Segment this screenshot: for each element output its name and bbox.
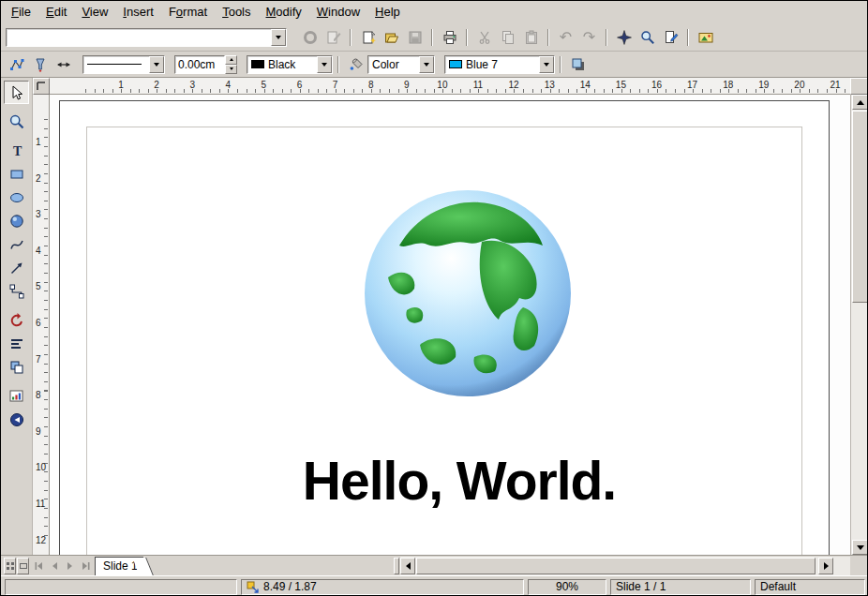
rotate-tool[interactable] — [4, 308, 29, 332]
new-document-button[interactable] — [356, 27, 380, 48]
menu-help[interactable]: Help — [367, 2, 408, 22]
ellipse-tool[interactable] — [4, 186, 29, 209]
insert-tool[interactable] — [4, 384, 29, 408]
menu-file[interactable]: File — [4, 2, 38, 22]
status-position-field[interactable]: 8.49 / 1.87 — [241, 579, 524, 595]
area-style-button[interactable] — [344, 54, 367, 75]
globe-graphic[interactable] — [362, 187, 574, 399]
edit-points-button[interactable] — [5, 54, 28, 75]
corner-button-1[interactable] — [4, 558, 16, 574]
copy-button[interactable] — [496, 27, 519, 48]
scroll-up-button[interactable] — [852, 95, 868, 110]
interaction-tool[interactable] — [4, 408, 29, 431]
open-button[interactable] — [380, 27, 403, 48]
arrange-tool[interactable] — [4, 355, 29, 379]
rotate-icon — [8, 312, 25, 329]
alignment-tool[interactable] — [4, 332, 29, 355]
hruler-number: 10 — [437, 80, 447, 90]
fill-type-dropdown-button[interactable] — [419, 56, 434, 73]
line-color-select[interactable]: Black — [247, 55, 333, 74]
horizontal-ruler[interactable]: 123456789101112131415161718192021 — [50, 78, 850, 95]
gallery-icon — [698, 30, 713, 45]
hyperlink-button[interactable] — [659, 27, 682, 48]
vertical-scroll-thumb[interactable] — [852, 111, 868, 303]
fill-type-value[interactable]: Color — [368, 56, 419, 73]
vertical-scrollbar[interactable] — [850, 95, 868, 555]
status-slide-field[interactable]: Slide 1 / 1 — [610, 579, 751, 595]
menu-format[interactable]: Format — [161, 2, 215, 22]
slide-title-text[interactable]: Hello, World. — [75, 450, 844, 512]
tab-splitter-handle[interactable] — [394, 558, 399, 574]
edit-file-button[interactable] — [322, 27, 345, 48]
fill-color-value[interactable]: Blue 7 — [445, 56, 539, 73]
undo-button[interactable]: ↶ — [554, 27, 577, 48]
zoom-tool[interactable] — [4, 110, 29, 133]
menu-insert[interactable]: Insert — [115, 2, 161, 22]
glue-points-button[interactable] — [28, 54, 52, 75]
cut-button[interactable] — [472, 27, 496, 48]
menu-tools[interactable]: Tools — [215, 2, 258, 22]
menu-edit[interactable]: Edit — [38, 2, 74, 22]
status-template-field[interactable]: Default — [755, 579, 865, 595]
line-style-dropdown-button[interactable] — [149, 56, 164, 73]
navigator-button[interactable] — [612, 27, 636, 48]
fill-type-select[interactable]: Color — [367, 55, 435, 74]
lines-arrows-tool[interactable] — [4, 256, 29, 279]
corner-button-2[interactable] — [17, 558, 29, 574]
horizontal-scroll-thumb[interactable] — [416, 558, 816, 574]
line-color-value[interactable]: Black — [247, 56, 317, 73]
line-width-spinner[interactable]: 0.00cm — [174, 55, 237, 74]
arrow-style-button[interactable] — [52, 54, 75, 75]
shadow-button[interactable] — [566, 54, 590, 75]
previous-slide-button[interactable] — [47, 558, 62, 574]
scroll-right-button[interactable] — [818, 558, 833, 574]
url-combobox[interactable] — [6, 28, 287, 47]
url-dropdown-button[interactable] — [271, 29, 286, 46]
status-zoom-field[interactable]: 90% — [528, 579, 606, 595]
vruler-number: 7 — [36, 353, 41, 364]
curve-tool[interactable] — [4, 232, 29, 256]
page[interactable]: Hello, World. — [59, 100, 830, 555]
3d-objects-tool[interactable] — [4, 209, 29, 232]
url-value[interactable] — [7, 29, 271, 46]
spin-up-button[interactable] — [225, 55, 237, 65]
horizontal-scrollbar[interactable] — [400, 557, 850, 575]
menubar: FileEditViewInsertFormatToolsModifyWindo… — [1, 1, 867, 23]
line-width-value[interactable]: 0.00cm — [174, 55, 225, 74]
status-blank-field — [5, 579, 237, 595]
menu-modify[interactable]: Modify — [259, 2, 309, 22]
separator — [350, 29, 352, 46]
print-button[interactable] — [438, 27, 461, 48]
redo-button[interactable]: ↷ — [577, 27, 601, 48]
connector-tool[interactable] — [4, 279, 29, 303]
scroll-left-button[interactable] — [400, 558, 415, 574]
fill-color-dropdown-button[interactable] — [539, 56, 554, 73]
last-slide-button[interactable] — [79, 558, 94, 574]
line-style-select[interactable] — [82, 55, 165, 74]
ruler-origin-button[interactable] — [33, 78, 50, 95]
stop-button[interactable] — [298, 27, 322, 48]
fill-color-select[interactable]: Blue 7 — [444, 55, 555, 74]
first-slide-button[interactable] — [31, 558, 46, 574]
text-tool[interactable]: T — [4, 139, 29, 162]
rectangle-tool[interactable] — [4, 162, 29, 186]
zoom-button[interactable] — [636, 27, 659, 48]
menu-view[interactable]: View — [74, 2, 115, 22]
scroll-down-button[interactable] — [852, 540, 868, 555]
drawing-canvas[interactable]: Hello, World. — [50, 95, 850, 555]
next-slide-button[interactable] — [63, 558, 78, 574]
statusbar: 8.49 / 1.87 90% Slide 1 / 1 Default — [1, 575, 868, 596]
gallery-button[interactable] — [694, 27, 717, 48]
slide-tab[interactable]: Slide 1 — [95, 557, 143, 575]
line-style-value[interactable] — [83, 56, 149, 73]
spin-down-button[interactable] — [225, 65, 237, 74]
hruler-number: 5 — [262, 80, 267, 90]
paste-button[interactable] — [519, 27, 543, 48]
save-button[interactable] — [403, 27, 427, 48]
ruler-corner-button[interactable] — [850, 78, 868, 95]
workspace: T — [1, 78, 868, 555]
vertical-ruler[interactable]: 123456789101112 — [33, 95, 50, 555]
line-color-dropdown-button[interactable] — [317, 56, 332, 73]
menu-window[interactable]: Window — [309, 2, 367, 22]
select-tool[interactable] — [4, 81, 29, 104]
